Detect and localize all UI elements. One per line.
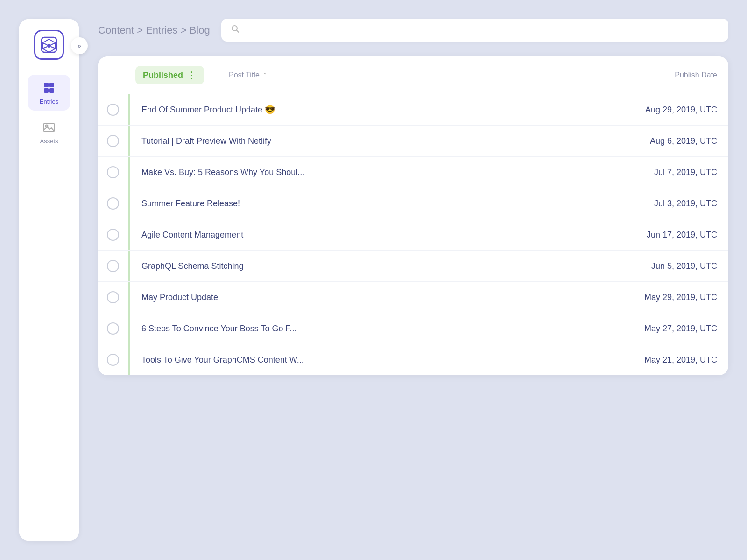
- svg-point-2: [47, 44, 51, 48]
- table-row[interactable]: Tutorial | Draft Preview With Netlify Au…: [98, 126, 728, 157]
- status-menu-icon[interactable]: ⋮: [187, 70, 197, 81]
- logo: [34, 30, 64, 60]
- svg-line-5: [51, 47, 56, 49]
- sidebar: » Entries Assets: [19, 19, 79, 541]
- row-checkbox-7[interactable]: [98, 313, 128, 344]
- row-title-2[interactable]: Make Vs. Buy: 5 Reasons Why You Shoul...: [130, 157, 616, 188]
- sidebar-item-assets[interactable]: Assets: [28, 114, 70, 150]
- row-title-3[interactable]: Summer Feature Release!: [130, 189, 616, 219]
- checkbox-circle-2[interactable]: [107, 166, 119, 178]
- row-checkbox-4[interactable]: [98, 219, 128, 250]
- checkbox-circle-1[interactable]: [107, 135, 119, 147]
- header-status-col: Published ⋮: [128, 56, 221, 94]
- search-input[interactable]: [246, 26, 719, 35]
- svg-rect-9: [44, 83, 49, 87]
- row-checkbox-0[interactable]: [98, 94, 128, 125]
- row-title-8[interactable]: Tools To Give Your GraphCMS Content W...: [130, 345, 616, 375]
- content-table: Published ⋮ Post Title ⌃ Publish Date En…: [98, 56, 728, 375]
- svg-rect-12: [49, 88, 54, 93]
- grid-icon: [42, 80, 56, 95]
- header-date-col: Publish Date: [616, 62, 728, 89]
- row-date-0: Aug 29, 2019, UTC: [616, 95, 728, 125]
- row-checkbox-5[interactable]: [98, 251, 128, 281]
- row-checkbox-6[interactable]: [98, 282, 128, 313]
- main-content: Content > Entries > Blog Publishe: [79, 19, 728, 541]
- table-row[interactable]: End Of Summer Product Update 😎 Aug 29, 2…: [98, 94, 728, 126]
- table-row[interactable]: GraphQL Schema Stitching Jun 5, 2019, UT…: [98, 251, 728, 282]
- svg-rect-11: [44, 88, 49, 93]
- row-checkbox-2[interactable]: [98, 157, 128, 188]
- checkbox-circle-0[interactable]: [107, 104, 119, 116]
- svg-line-4: [51, 43, 56, 45]
- table-row[interactable]: May Product Update May 29, 2019, UTC: [98, 282, 728, 313]
- sidebar-item-entries-label: Entries: [40, 98, 58, 105]
- checkbox-circle-3[interactable]: [107, 197, 119, 210]
- table-header: Published ⋮ Post Title ⌃ Publish Date: [98, 56, 728, 94]
- breadcrumb: Content > Entries > Blog: [98, 24, 210, 36]
- row-title-6[interactable]: May Product Update: [130, 282, 616, 313]
- table-body: End Of Summer Product Update 😎 Aug 29, 2…: [98, 94, 728, 375]
- sort-icon: ⌃: [262, 72, 267, 78]
- checkbox-circle-6[interactable]: [107, 291, 119, 303]
- row-checkbox-3[interactable]: [98, 188, 128, 219]
- row-date-3: Jul 3, 2019, UTC: [616, 189, 728, 219]
- row-date-6: May 29, 2019, UTC: [616, 282, 728, 313]
- status-badge[interactable]: Published ⋮: [135, 66, 204, 84]
- breadcrumb-content: Content > Entries > Blog: [98, 24, 210, 36]
- checkbox-circle-4[interactable]: [107, 229, 119, 241]
- row-checkbox-1[interactable]: [98, 126, 128, 156]
- row-date-4: Jun 17, 2019, UTC: [616, 220, 728, 250]
- row-title-4[interactable]: Agile Content Management: [130, 220, 616, 250]
- svg-rect-13: [44, 123, 54, 132]
- search-bar[interactable]: [221, 19, 728, 42]
- checkbox-circle-8[interactable]: [107, 354, 119, 366]
- row-date-5: Jun 5, 2019, UTC: [616, 251, 728, 281]
- row-date-7: May 27, 2019, UTC: [616, 314, 728, 344]
- sidebar-item-assets-label: Assets: [40, 138, 58, 145]
- sidebar-item-entries[interactable]: Entries: [28, 75, 70, 111]
- row-title-5[interactable]: GraphQL Schema Stitching: [130, 251, 616, 281]
- search-icon: [231, 24, 240, 36]
- table-row[interactable]: Agile Content Management Jun 17, 2019, U…: [98, 219, 728, 251]
- row-date-8: May 21, 2019, UTC: [616, 345, 728, 375]
- header: Content > Entries > Blog: [98, 19, 728, 42]
- row-title-7[interactable]: 6 Steps To Convince Your Boss To Go F...: [130, 314, 616, 344]
- table-row[interactable]: Make Vs. Buy: 5 Reasons Why You Shoul...…: [98, 157, 728, 188]
- checkbox-circle-7[interactable]: [107, 322, 119, 335]
- row-date-1: Aug 6, 2019, UTC: [616, 126, 728, 156]
- checkbox-circle-5[interactable]: [107, 260, 119, 272]
- header-title-col[interactable]: Post Title ⌃: [221, 62, 616, 89]
- row-date-2: Jul 7, 2019, UTC: [616, 157, 728, 188]
- table-row[interactable]: 6 Steps To Convince Your Boss To Go F...…: [98, 313, 728, 344]
- status-label: Published: [143, 70, 183, 80]
- table-row[interactable]: Summer Feature Release! Jul 3, 2019, UTC: [98, 188, 728, 219]
- image-icon: [42, 120, 56, 135]
- row-checkbox-8[interactable]: [98, 344, 128, 375]
- svg-line-16: [236, 30, 239, 33]
- sidebar-expand-button[interactable]: »: [71, 37, 88, 54]
- svg-line-8: [42, 43, 47, 45]
- column-title-label: Post Title: [229, 71, 260, 79]
- row-title-1[interactable]: Tutorial | Draft Preview With Netlify: [130, 126, 616, 156]
- column-date-label: Publish Date: [675, 71, 717, 79]
- table-row[interactable]: Tools To Give Your GraphCMS Content W...…: [98, 344, 728, 375]
- row-title-0[interactable]: End Of Summer Product Update 😎: [130, 94, 616, 125]
- svg-line-7: [42, 47, 47, 49]
- svg-rect-10: [49, 83, 54, 87]
